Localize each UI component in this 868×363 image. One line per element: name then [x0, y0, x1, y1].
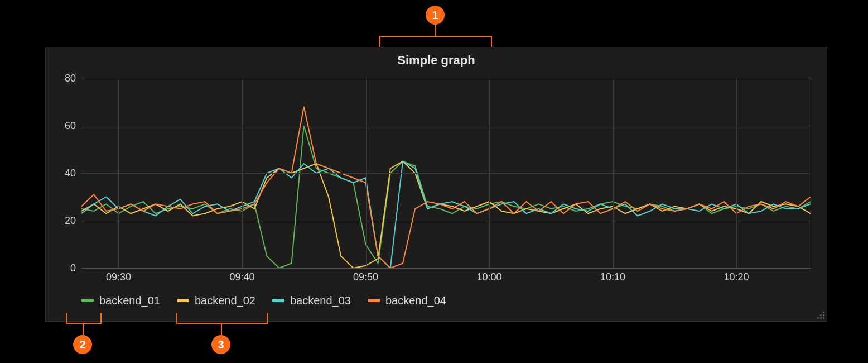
annotation-stem-2 — [83, 323, 84, 335]
y-tick-label: 0 — [57, 262, 76, 274]
legend-label: backend_04 — [385, 294, 446, 307]
legend-item-backend_02[interactable]: backend_02 — [177, 294, 255, 307]
x-tick-label: 09:30 — [106, 271, 131, 283]
x-tick-label: 09:50 — [353, 271, 378, 283]
x-tick-label: 09:40 — [229, 271, 254, 283]
legend-item-backend_04[interactable]: backend_04 — [368, 294, 446, 307]
y-tick-label: 40 — [57, 168, 76, 179]
annotation-stem-3 — [221, 323, 222, 335]
x-tick-label: 10:00 — [477, 271, 502, 283]
series-backend_01 — [81, 126, 811, 268]
legend-label: backend_01 — [99, 294, 160, 307]
y-tick-label: 60 — [57, 120, 76, 132]
y-tick-label: 80 — [57, 73, 76, 84]
legend[interactable]: backend_01backend_02backend_03backend_04 — [81, 292, 827, 307]
graph-panel[interactable]: Simple graph 02040608009:3009:4009:5010:… — [45, 47, 827, 322]
x-tick-label: 10:10 — [600, 271, 625, 283]
annotation-bracket-1 — [379, 36, 492, 47]
legend-label: backend_02 — [195, 294, 255, 307]
legend-item-backend_03[interactable]: backend_03 — [272, 294, 351, 307]
legend-swatch-icon — [272, 299, 284, 302]
legend-swatch-icon — [81, 299, 94, 302]
annotation-bracket-3 — [176, 313, 268, 324]
plot-area[interactable]: 02040608009:3009:4009:5010:0010:1010:20 — [81, 78, 811, 269]
annotation-badge-3: 3 — [211, 335, 230, 354]
legend-swatch-icon — [368, 299, 380, 302]
legend-swatch-icon — [177, 299, 189, 302]
legend-label: backend_03 — [290, 294, 351, 307]
annotation-badge-2: 2 — [73, 335, 92, 354]
series-backend_02 — [81, 161, 811, 268]
annotation-bracket-2 — [66, 313, 102, 324]
x-tick-label: 10:20 — [724, 271, 749, 283]
legend-item-backend_01[interactable]: backend_01 — [81, 294, 160, 307]
annotation-badge-1: 1 — [426, 6, 445, 25]
resize-handle-icon[interactable] — [817, 311, 824, 319]
panel-title: Simple graph — [46, 53, 827, 68]
y-tick-label: 20 — [57, 215, 76, 227]
series-backend_04 — [81, 107, 811, 268]
annotation-stem-1 — [435, 25, 436, 37]
